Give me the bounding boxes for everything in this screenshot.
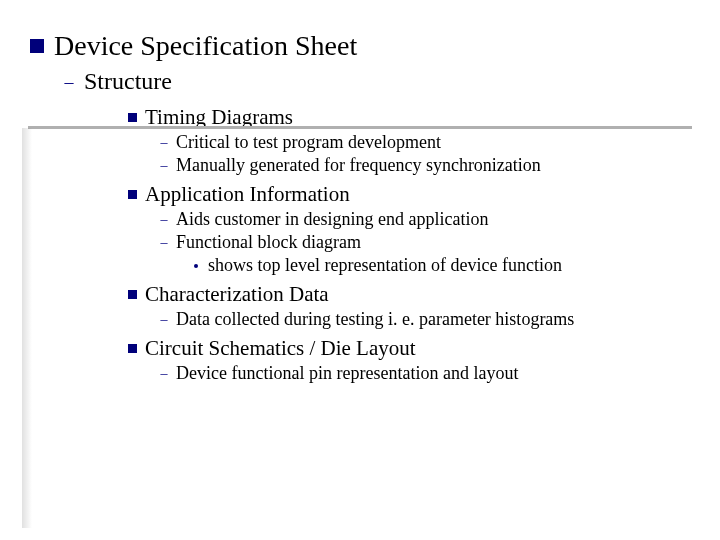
dash-bullet-icon: –	[160, 236, 168, 250]
structure-row: – Structure	[64, 68, 690, 95]
circuit-heading-row: Circuit Schematics / Die Layout	[128, 336, 690, 361]
square-bullet-icon	[30, 39, 44, 53]
app-item-row: – Aids customer in designing end applica…	[160, 209, 690, 230]
app-heading-row: Application Information	[128, 182, 690, 207]
char-item-row: – Data collected during testing i. e. pa…	[160, 309, 690, 330]
divider-line	[28, 126, 692, 129]
app-item-1: Functional block diagram	[176, 232, 361, 253]
dash-bullet-icon: –	[160, 213, 168, 227]
app-item-0: Aids customer in designing end applicati…	[176, 209, 488, 230]
app-subitem-row: shows top level representation of device…	[194, 255, 690, 276]
square-bullet-icon	[128, 344, 137, 353]
circuit-heading: Circuit Schematics / Die Layout	[145, 336, 416, 361]
app-heading: Application Information	[145, 182, 350, 207]
slide-title: Device Specification Sheet	[54, 30, 357, 62]
app-item-row: – Functional block diagram	[160, 232, 690, 253]
dash-bullet-icon: –	[160, 313, 168, 327]
square-bullet-icon	[128, 113, 137, 122]
circuit-item-0: Device functional pin representation and…	[176, 363, 518, 384]
timing-item-1: Manually generated for frequency synchro…	[176, 155, 541, 176]
square-bullet-icon	[128, 190, 137, 199]
slide: Device Specification Sheet – Structure T…	[0, 0, 720, 540]
dash-bullet-icon: –	[160, 159, 168, 173]
char-heading-row: Characterization Data	[128, 282, 690, 307]
dash-bullet-icon: –	[160, 367, 168, 381]
dash-bullet-icon: –	[160, 136, 168, 150]
app-subitem: shows top level representation of device…	[208, 255, 562, 276]
divider-shadow	[22, 128, 32, 528]
dot-bullet-icon	[194, 264, 198, 268]
timing-item-row: – Critical to test program development	[160, 132, 690, 153]
char-item-0: Data collected during testing i. e. para…	[176, 309, 574, 330]
title-row: Device Specification Sheet	[30, 30, 690, 62]
timing-item-0: Critical to test program development	[176, 132, 441, 153]
square-bullet-icon	[128, 290, 137, 299]
dash-bullet-icon: –	[64, 73, 74, 91]
char-heading: Characterization Data	[145, 282, 329, 307]
circuit-item-row: – Device functional pin representation a…	[160, 363, 690, 384]
timing-item-row: – Manually generated for frequency synch…	[160, 155, 690, 176]
structure-label: Structure	[84, 68, 172, 95]
